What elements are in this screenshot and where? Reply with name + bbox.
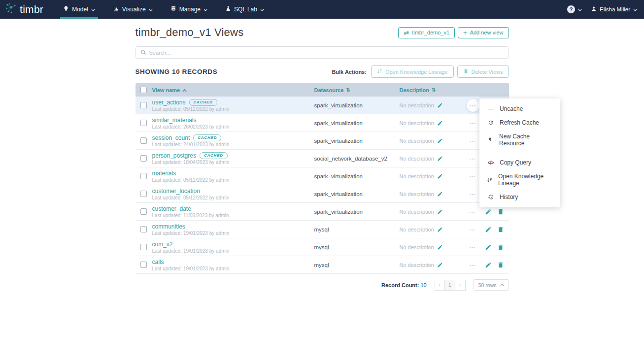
view-name-link[interactable]: materials <box>152 170 176 177</box>
row-more-actions-button[interactable]: ⋯ <box>467 223 479 236</box>
add-new-view-button[interactable]: + Add new view <box>458 27 508 38</box>
description-text: No description <box>400 244 434 250</box>
edit-description-icon[interactable] <box>437 244 443 250</box>
view-name-link[interactable]: similar_materials <box>152 117 197 124</box>
column-header-description[interactable]: Description ⇅ <box>400 87 466 93</box>
bulk-open-knowledge-lineage-button[interactable]: Open Knowledge Lineage <box>371 66 454 78</box>
top-navbar: timbr Model Visualize Manage <box>0 0 644 19</box>
edit-view-button[interactable] <box>485 262 492 268</box>
menu-item-uncache[interactable]: — Uncache <box>479 102 560 116</box>
edit-description-icon[interactable] <box>437 102 443 108</box>
row-more-actions-button[interactable]: ⋯ <box>467 99 479 112</box>
edit-description-icon[interactable] <box>437 138 443 144</box>
row-checkbox[interactable] <box>140 226 147 232</box>
edit-description-icon[interactable] <box>437 173 443 179</box>
row-more-actions-button[interactable]: ⋯ <box>467 152 479 165</box>
row-more-actions-button[interactable]: ⋯ <box>467 134 479 147</box>
delete-view-button[interactable] <box>497 226 504 233</box>
row-checkbox[interactable] <box>140 191 147 197</box>
datasource-text: spark_virtualization <box>314 120 400 126</box>
row-checkbox[interactable] <box>140 173 147 179</box>
nav-item-visualize[interactable]: Visualize <box>106 0 160 19</box>
help-menu[interactable]: ? <box>567 5 582 13</box>
user-icon <box>591 6 597 13</box>
edit-view-button[interactable] <box>485 208 492 215</box>
nav-item-manage[interactable]: Manage <box>164 0 214 19</box>
delete-view-button[interactable] <box>497 262 504 268</box>
edit-view-button[interactable] <box>485 244 492 251</box>
datasource-text: mysql <box>314 244 400 250</box>
bulk-actions-label: Bulk Actions: <box>332 69 367 75</box>
nav-item-sql-lab[interactable]: SQL Lab <box>218 0 271 19</box>
edit-description-icon[interactable] <box>437 156 443 162</box>
view-name-link[interactable]: customer_date <box>152 205 191 212</box>
menu-item-refresh-cache[interactable]: Refresh Cache <box>479 116 560 130</box>
record-count-heading: SHOWING 10 RECORDS <box>136 68 218 75</box>
row-checkbox[interactable] <box>140 120 147 126</box>
chevron-down-icon <box>578 6 582 12</box>
row-checkbox[interactable] <box>140 102 147 108</box>
ontology-button[interactable]: ⇄ timbr_demo_v1 <box>398 27 455 38</box>
row-more-actions-button[interactable]: ⋯ <box>467 259 479 271</box>
view-name-link[interactable]: com_v2 <box>152 241 173 248</box>
view-name-link[interactable]: session_count <box>152 134 190 141</box>
last-updated-text: Last updated: 05/12/2022 by admin <box>152 106 314 112</box>
row-checkbox[interactable] <box>140 137 147 144</box>
view-name-link[interactable]: communities <box>152 223 185 230</box>
datasource-text: spark_virtualization <box>314 138 400 144</box>
user-menu[interactable]: Elisha Miller <box>591 6 637 13</box>
edit-description-icon[interactable] <box>437 209 443 215</box>
record-count-label: Record Count: <box>381 282 419 288</box>
row-more-actions-button[interactable]: ⋯ <box>467 241 479 254</box>
menu-item-copy-query[interactable]: </> Copy Query <box>479 156 560 169</box>
bulk-lineage-label: Open Knowledge Lineage <box>385 69 448 75</box>
chevron-down-icon <box>203 6 207 13</box>
row-more-actions-button[interactable]: ⋯ <box>467 188 479 200</box>
table-row: materials Last updated: 05/12/2022 by ad… <box>136 167 509 185</box>
description-text: No description <box>400 120 434 126</box>
edit-description-icon[interactable] <box>437 191 443 197</box>
datasource-text: spark_virtualization <box>314 209 400 215</box>
view-name-link[interactable]: calls <box>152 259 164 265</box>
current-page-button[interactable]: 1 <box>445 280 455 291</box>
history-icon <box>487 194 494 200</box>
datasource-text: mysql <box>314 227 400 232</box>
edit-description-icon[interactable] <box>437 120 443 126</box>
row-checkbox[interactable] <box>140 244 147 250</box>
sort-updown-icon: ⇅ <box>432 87 436 93</box>
column-header-datasource[interactable]: Datasource ⇅ <box>314 87 400 93</box>
next-page-button[interactable]: › <box>455 280 466 291</box>
timbr-logo[interactable]: timbr <box>5 0 43 19</box>
datasource-text: social_network_database_v2 <box>314 156 400 162</box>
menu-item-open-knowledge-lineage[interactable]: Open Knowledge Lineage <box>479 169 560 190</box>
nav-item-model[interactable]: Model <box>56 0 102 19</box>
column-label: View name <box>152 87 180 93</box>
search-input[interactable] <box>149 50 504 56</box>
view-name-link[interactable]: user_actions <box>152 99 186 106</box>
edit-view-button[interactable] <box>485 226 492 233</box>
edit-description-icon[interactable] <box>437 262 443 268</box>
select-all-checkbox[interactable] <box>140 87 147 93</box>
row-checkbox[interactable] <box>140 155 147 162</box>
cached-badge: CACHED <box>193 134 221 141</box>
row-checkbox[interactable] <box>140 262 147 268</box>
table-body: user_actions CACHED Last updated: 05/12/… <box>136 97 509 274</box>
column-header-view-name[interactable]: View name <box>152 87 314 93</box>
delete-view-button[interactable] <box>497 208 504 215</box>
prev-page-button[interactable]: ‹ <box>435 280 445 291</box>
bulk-delete-views-button[interactable]: Delete Views <box>457 66 509 78</box>
rows-per-page-select[interactable]: 50 rows <box>474 279 509 291</box>
row-more-actions-button[interactable]: ⋯ <box>467 117 479 130</box>
row-checkbox[interactable] <box>140 208 147 215</box>
datasource-text: spark_virtualization <box>314 191 400 197</box>
plus-icon: + <box>463 30 467 36</box>
row-more-actions-button[interactable]: ⋯ <box>467 170 479 183</box>
edit-description-icon[interactable] <box>437 227 443 232</box>
menu-item-new-cache-resource[interactable]: New Cache Resource <box>479 130 560 150</box>
view-name-link[interactable]: person_postgres <box>152 152 196 159</box>
view-name-link[interactable]: customer_location <box>152 188 200 195</box>
last-updated-text: Last updated: 18/04/2023 by admin <box>152 160 314 165</box>
delete-view-button[interactable] <box>497 244 504 251</box>
row-more-actions-button[interactable]: ⋯ <box>467 205 479 218</box>
menu-item-history[interactable]: History <box>479 190 560 204</box>
